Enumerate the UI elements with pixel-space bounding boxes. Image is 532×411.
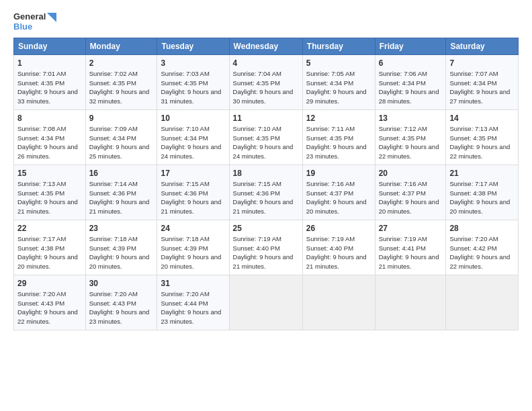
calendar-cell: 14Sunrise: 7:13 AMSunset: 4:35 PMDayligh… — [446, 109, 519, 165]
day-number: 4 — [233, 58, 299, 68]
day-info: Sunrise: 7:10 AMSunset: 4:35 PMDaylight:… — [233, 125, 294, 160]
day-info: Sunrise: 7:05 AMSunset: 4:34 PMDaylight:… — [306, 70, 367, 105]
calendar-cell: 23Sunrise: 7:18 AMSunset: 4:39 PMDayligh… — [85, 220, 157, 275]
calendar-cell: 19Sunrise: 7:16 AMSunset: 4:37 PMDayligh… — [302, 165, 375, 220]
header: General Blue — [13, 12, 519, 32]
calendar-cell: 31Sunrise: 7:20 AMSunset: 4:44 PMDayligh… — [157, 275, 229, 330]
day-info: Sunrise: 7:03 AMSunset: 4:35 PMDaylight:… — [161, 70, 221, 105]
calendar-cell: 12Sunrise: 7:11 AMSunset: 4:35 PMDayligh… — [302, 109, 375, 165]
day-number: 15 — [17, 168, 82, 179]
calendar-cell: 27Sunrise: 7:19 AMSunset: 4:41 PMDayligh… — [375, 220, 446, 275]
calendar-cell: 22Sunrise: 7:17 AMSunset: 4:38 PMDayligh… — [14, 220, 86, 275]
day-info: Sunrise: 7:17 AMSunset: 4:38 PMDaylight:… — [17, 235, 78, 270]
calendar-cell: 10Sunrise: 7:10 AMSunset: 4:34 PMDayligh… — [157, 109, 229, 165]
calendar-table: Sunday Monday Tuesday Wednesday Thursday… — [13, 38, 519, 330]
calendar-header: Sunday Monday Tuesday Wednesday Thursday… — [14, 38, 519, 54]
day-number: 14 — [449, 113, 515, 124]
calendar-cell: 21Sunrise: 7:17 AMSunset: 4:38 PMDayligh… — [446, 165, 519, 220]
day-info: Sunrise: 7:13 AMSunset: 4:35 PMDaylight:… — [17, 180, 78, 215]
calendar-week-4: 22Sunrise: 7:17 AMSunset: 4:38 PMDayligh… — [14, 220, 519, 275]
calendar-cell: 11Sunrise: 7:10 AMSunset: 4:35 PMDayligh… — [229, 109, 302, 165]
day-info: Sunrise: 7:01 AMSunset: 4:35 PMDaylight:… — [17, 70, 78, 105]
day-number: 25 — [233, 223, 299, 234]
col-friday: Friday — [375, 38, 446, 54]
calendar-cell: 6Sunrise: 7:06 AMSunset: 4:34 PMDaylight… — [375, 54, 446, 109]
calendar-cell: 16Sunrise: 7:14 AMSunset: 4:36 PMDayligh… — [85, 165, 157, 220]
day-info: Sunrise: 7:13 AMSunset: 4:35 PMDaylight:… — [449, 125, 510, 160]
calendar-cell: 7Sunrise: 7:07 AMSunset: 4:34 PMDaylight… — [446, 54, 519, 109]
calendar-cell: 9Sunrise: 7:09 AMSunset: 4:34 PMDaylight… — [85, 109, 157, 165]
day-info: Sunrise: 7:02 AMSunset: 4:35 PMDaylight:… — [89, 70, 150, 105]
day-number: 26 — [306, 223, 371, 234]
day-number: 16 — [89, 168, 154, 179]
calendar-cell: 5Sunrise: 7:05 AMSunset: 4:34 PMDaylight… — [302, 54, 375, 109]
calendar-cell — [302, 275, 375, 330]
day-number: 24 — [161, 223, 225, 234]
day-number: 22 — [17, 223, 82, 234]
day-info: Sunrise: 7:20 AMSunset: 4:44 PMDaylight:… — [161, 290, 221, 325]
day-number: 23 — [89, 223, 154, 234]
col-tuesday: Tuesday — [157, 38, 229, 54]
day-info: Sunrise: 7:19 AMSunset: 4:41 PMDaylight:… — [379, 235, 439, 270]
day-info: Sunrise: 7:20 AMSunset: 4:43 PMDaylight:… — [17, 290, 78, 325]
day-number: 2 — [89, 58, 154, 68]
calendar-cell: 4Sunrise: 7:04 AMSunset: 4:35 PMDaylight… — [229, 54, 302, 109]
day-info: Sunrise: 7:19 AMSunset: 4:40 PMDaylight:… — [306, 235, 367, 270]
calendar-cell: 20Sunrise: 7:16 AMSunset: 4:37 PMDayligh… — [375, 165, 446, 220]
calendar-cell: 30Sunrise: 7:20 AMSunset: 4:43 PMDayligh… — [85, 275, 157, 330]
day-info: Sunrise: 7:14 AMSunset: 4:36 PMDaylight:… — [89, 180, 150, 215]
day-info: Sunrise: 7:04 AMSunset: 4:35 PMDaylight:… — [233, 70, 294, 105]
day-number: 21 — [449, 168, 515, 179]
calendar-week-2: 8Sunrise: 7:08 AMSunset: 4:34 PMDaylight… — [14, 109, 519, 165]
col-thursday: Thursday — [302, 38, 375, 54]
calendar-cell: 25Sunrise: 7:19 AMSunset: 4:40 PMDayligh… — [229, 220, 302, 275]
page: General Blue Sunday Monday Tuesday Wedne… — [0, 0, 532, 411]
calendar-cell: 3Sunrise: 7:03 AMSunset: 4:35 PMDaylight… — [157, 54, 229, 109]
day-number: 7 — [449, 58, 515, 68]
day-info: Sunrise: 7:11 AMSunset: 4:35 PMDaylight:… — [306, 125, 367, 160]
day-info: Sunrise: 7:10 AMSunset: 4:34 PMDaylight:… — [161, 125, 221, 160]
day-number: 28 — [449, 223, 515, 234]
day-number: 3 — [161, 58, 225, 68]
day-info: Sunrise: 7:20 AMSunset: 4:43 PMDaylight:… — [89, 290, 150, 325]
calendar-cell — [375, 275, 446, 330]
day-info: Sunrise: 7:09 AMSunset: 4:34 PMDaylight:… — [89, 125, 150, 160]
day-info: Sunrise: 7:15 AMSunset: 4:36 PMDaylight:… — [233, 180, 294, 215]
day-number: 11 — [233, 113, 299, 124]
day-number: 13 — [379, 113, 443, 124]
day-info: Sunrise: 7:12 AMSunset: 4:35 PMDaylight:… — [379, 125, 439, 160]
day-info: Sunrise: 7:19 AMSunset: 4:40 PMDaylight:… — [233, 235, 294, 270]
day-info: Sunrise: 7:20 AMSunset: 4:42 PMDaylight:… — [449, 235, 510, 270]
day-info: Sunrise: 7:18 AMSunset: 4:39 PMDaylight:… — [161, 235, 221, 270]
col-sunday: Sunday — [14, 38, 86, 54]
calendar-cell — [446, 275, 519, 330]
day-number: 30 — [89, 278, 154, 289]
calendar-cell: 29Sunrise: 7:20 AMSunset: 4:43 PMDayligh… — [14, 275, 86, 330]
day-info: Sunrise: 7:15 AMSunset: 4:36 PMDaylight:… — [161, 180, 221, 215]
calendar-week-3: 15Sunrise: 7:13 AMSunset: 4:35 PMDayligh… — [14, 165, 519, 220]
calendar-cell: 8Sunrise: 7:08 AMSunset: 4:34 PMDaylight… — [14, 109, 86, 165]
calendar-week-5: 29Sunrise: 7:20 AMSunset: 4:43 PMDayligh… — [14, 275, 519, 330]
col-monday: Monday — [85, 38, 157, 54]
day-number: 12 — [306, 113, 371, 124]
calendar-cell: 15Sunrise: 7:13 AMSunset: 4:35 PMDayligh… — [14, 165, 86, 220]
day-number: 8 — [17, 113, 82, 124]
calendar-cell: 13Sunrise: 7:12 AMSunset: 4:35 PMDayligh… — [375, 109, 446, 165]
day-number: 10 — [161, 113, 225, 124]
day-info: Sunrise: 7:16 AMSunset: 4:37 PMDaylight:… — [306, 180, 367, 215]
day-number: 6 — [379, 58, 443, 68]
day-info: Sunrise: 7:07 AMSunset: 4:34 PMDaylight:… — [449, 70, 510, 105]
calendar-cell: 1Sunrise: 7:01 AMSunset: 4:35 PMDaylight… — [14, 54, 86, 109]
day-number: 31 — [161, 278, 225, 289]
calendar-cell: 17Sunrise: 7:15 AMSunset: 4:36 PMDayligh… — [157, 165, 229, 220]
day-number: 29 — [17, 278, 82, 289]
day-number: 17 — [161, 168, 225, 179]
day-number: 5 — [306, 58, 371, 68]
calendar-week-1: 1Sunrise: 7:01 AMSunset: 4:35 PMDaylight… — [14, 54, 519, 109]
day-number: 9 — [89, 113, 154, 124]
day-info: Sunrise: 7:08 AMSunset: 4:34 PMDaylight:… — [17, 125, 78, 160]
header-row: Sunday Monday Tuesday Wednesday Thursday… — [14, 38, 519, 54]
day-info: Sunrise: 7:17 AMSunset: 4:38 PMDaylight:… — [449, 180, 510, 215]
day-info: Sunrise: 7:18 AMSunset: 4:39 PMDaylight:… — [89, 235, 150, 270]
calendar-cell: 28Sunrise: 7:20 AMSunset: 4:42 PMDayligh… — [446, 220, 519, 275]
